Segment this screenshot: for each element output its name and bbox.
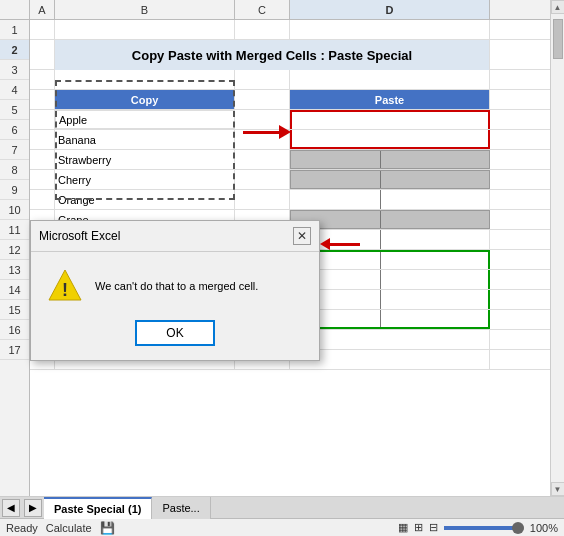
cell-b9[interactable]: Orange: [55, 190, 235, 209]
status-left: Ready Calculate 💾: [6, 521, 115, 535]
cell-a5[interactable]: [30, 110, 55, 129]
row-3: [30, 70, 564, 90]
view-normal-icon[interactable]: ▦: [398, 521, 408, 534]
cell-d1[interactable]: [290, 20, 490, 39]
cell-c7[interactable]: [235, 150, 290, 169]
cell-b7[interactable]: Strawberry: [55, 150, 235, 169]
cell-b6[interactable]: Banana: [55, 130, 235, 149]
arrow-line-2: [330, 243, 360, 246]
tab-nav-next[interactable]: ▶: [24, 499, 42, 517]
cell-c4[interactable]: [235, 90, 290, 109]
cell-c1[interactable]: [235, 20, 290, 39]
status-right: ▦ ⊞ ⊟ 100%: [398, 521, 558, 534]
dialog-body: ! We can't do that to a merged cell.: [31, 252, 319, 314]
cell-d6[interactable]: [290, 130, 490, 149]
column-headers: A B C D: [0, 0, 564, 20]
status-calculate: Calculate: [46, 522, 92, 534]
vertical-scrollbar[interactable]: ▲ ▼: [550, 0, 564, 496]
cell-d14[interactable]: [290, 290, 490, 309]
dialog-footer: OK: [31, 314, 319, 360]
spreadsheet: A B C D 1 2 3 4 5 6 7 8 9 10 11 12 13 14…: [0, 0, 564, 496]
scrollbar-thumb[interactable]: [553, 19, 563, 59]
cell-d17[interactable]: [290, 350, 490, 369]
cell-b8[interactable]: Cherry: [55, 170, 235, 189]
row-num-5: 5: [0, 100, 29, 120]
cell-b3[interactable]: [55, 70, 235, 89]
view-page-break-icon[interactable]: ⊟: [429, 521, 438, 534]
sheet-tab-paste-special[interactable]: Paste Special (1): [44, 497, 152, 519]
row-num-10: 10: [0, 200, 29, 220]
dialog-message: We can't do that to a merged cell.: [95, 280, 258, 292]
zoom-level: 100%: [530, 522, 558, 534]
scroll-up-button[interactable]: ▲: [551, 0, 565, 14]
warning-icon: !: [47, 268, 83, 304]
cell-d10[interactable]: [290, 210, 490, 229]
excel-dialog: Microsoft Excel ✕ ! We can't do that to …: [30, 220, 320, 361]
row-num-3: 3: [0, 60, 29, 80]
tab-nav-prev[interactable]: ◀: [2, 499, 20, 517]
cell-title[interactable]: Copy Paste with Merged Cells : Paste Spe…: [55, 40, 490, 70]
cell-a3[interactable]: [30, 70, 55, 89]
dialog-close-button[interactable]: ✕: [293, 227, 311, 245]
svg-text:!: !: [62, 280, 68, 300]
row-num-13: 13: [0, 260, 29, 280]
arrow-head: [279, 125, 291, 139]
row-6: Banana: [30, 130, 564, 150]
cell-c3[interactable]: [235, 70, 290, 89]
row-2: Copy Paste with Merged Cells : Paste Spe…: [30, 40, 564, 70]
cell-d12[interactable]: [290, 250, 490, 269]
corner-cell: [0, 0, 30, 19]
cell-copy-header[interactable]: Copy: [55, 90, 235, 109]
dialog-title: Microsoft Excel: [39, 229, 120, 243]
status-info: Ready Calculate 💾 ▦ ⊞ ⊟ 100%: [0, 519, 564, 536]
dialog-title-bar: Microsoft Excel ✕: [31, 221, 319, 252]
cell-a4[interactable]: [30, 90, 55, 109]
zoom-thumb[interactable]: [512, 522, 524, 534]
cell-paste-header[interactable]: Paste: [290, 90, 490, 109]
cell-a1[interactable]: [30, 20, 55, 39]
copy-arrow: [243, 125, 291, 145]
row-num-4: 4: [0, 80, 29, 100]
row-num-12: 12: [0, 240, 29, 260]
row-num-1: 1: [0, 20, 29, 40]
col-header-a[interactable]: A: [30, 0, 55, 19]
cell-d13[interactable]: [290, 270, 490, 289]
view-layout-icon[interactable]: ⊞: [414, 521, 423, 534]
sheet-tab-paste[interactable]: Paste...: [152, 497, 210, 519]
cell-a7[interactable]: [30, 150, 55, 169]
cell-a2[interactable]: [30, 40, 55, 69]
row-numbers: 1 2 3 4 5 6 7 8 9 10 11 12 13 14 15 16 1…: [0, 20, 30, 496]
cell-d15[interactable]: [290, 310, 490, 329]
row-num-7: 7: [0, 140, 29, 160]
save-icon[interactable]: 💾: [100, 521, 115, 535]
row-num-8: 8: [0, 160, 29, 180]
cell-b1[interactable]: [55, 20, 235, 39]
dialog-arrow: [320, 238, 360, 250]
cell-a8[interactable]: [30, 170, 55, 189]
row-5: Apple: [30, 110, 564, 130]
ok-button[interactable]: OK: [135, 320, 215, 346]
scroll-down-button[interactable]: ▼: [551, 482, 565, 496]
col-header-c[interactable]: C: [235, 0, 290, 19]
cell-d16[interactable]: [290, 330, 490, 349]
sheet-tabs: ◀ ▶ Paste Special (1) Paste...: [0, 497, 564, 519]
col-header-b[interactable]: B: [55, 0, 235, 19]
cell-d8[interactable]: [290, 170, 490, 189]
cell-b5[interactable]: Apple: [55, 110, 235, 129]
cell-d3[interactable]: [290, 70, 490, 89]
zoom-slider[interactable]: [444, 526, 524, 530]
cell-c9[interactable]: [235, 190, 290, 209]
status-ready: Ready: [6, 522, 38, 534]
scrollbar-track[interactable]: [551, 14, 565, 482]
cell-a9[interactable]: [30, 190, 55, 209]
cell-c8[interactable]: [235, 170, 290, 189]
row-num-17: 17: [0, 340, 29, 360]
cell-d5[interactable]: [290, 110, 490, 129]
arrow-line: [243, 131, 279, 134]
row-8: Cherry: [30, 170, 564, 190]
row-num-11: 11: [0, 220, 29, 240]
cell-d7[interactable]: [290, 150, 490, 169]
cell-a6[interactable]: [30, 130, 55, 149]
cell-d9[interactable]: [290, 190, 490, 209]
col-header-d[interactable]: D: [290, 0, 490, 19]
